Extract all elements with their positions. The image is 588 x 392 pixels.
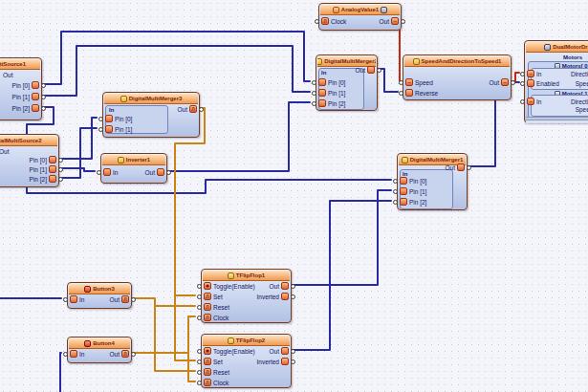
- wire-m3out-sets[interactable]: [175, 108, 205, 360]
- block-tflipflop1[interactable]: TFlipFlop1 ●Toggle(Enable) Out ЛSet Inve…: [201, 269, 292, 323]
- pin-connector[interactable]: [98, 127, 103, 132]
- pin-connector[interactable]: [197, 359, 202, 364]
- pin-connector[interactable]: [199, 107, 204, 112]
- pin-reset[interactable]: Л: [204, 303, 211, 311]
- block-analogvalue1[interactable]: AnalogValue1 ЛClock Out~: [318, 3, 402, 31]
- wire-ff1out-m1p1[interactable]: [292, 190, 391, 285]
- pin-connector[interactable]: [291, 359, 295, 364]
- wire-edge-b4in[interactable]: [60, 353, 61, 392]
- pin-out[interactable]: [281, 347, 289, 355]
- pin-in-1[interactable]: [105, 125, 113, 133]
- pin-set[interactable]: Л: [204, 293, 211, 300]
- pin-clock[interactable]: Л: [204, 314, 211, 321]
- pin-in-0[interactable]: [400, 177, 407, 185]
- wire-ms2p0-m3p0[interactable]: [59, 118, 97, 159]
- pin-out[interactable]: [457, 163, 465, 171]
- pin-in[interactable]: [103, 168, 111, 176]
- pin-out[interactable]: Л: [121, 350, 129, 358]
- pin-connector[interactable]: [520, 81, 525, 86]
- pin-motor0-in[interactable]: ~: [527, 70, 534, 77]
- pin-connector[interactable]: [97, 170, 101, 175]
- pin-reset[interactable]: Л: [204, 368, 211, 376]
- block-digitalmultimerger2[interactable]: DigitalMultiMerger2 In Out Pin [0] Pin […: [316, 54, 378, 111]
- pin-connector[interactable]: [291, 349, 295, 354]
- pin-connector[interactable]: [197, 370, 202, 375]
- pin-connector[interactable]: [58, 167, 63, 172]
- pin-in-0[interactable]: [105, 115, 113, 122]
- wire-b3out-resets[interactable]: [132, 298, 195, 306]
- pin-connector[interactable]: [41, 95, 46, 99]
- block-tflipflop2[interactable]: TFlipFlop2 ●Toggle(Enable) Out ЛSet Inve…: [201, 334, 292, 388]
- pin-connector[interactable]: [41, 106, 46, 111]
- pin-out[interactable]: Л: [121, 295, 129, 303]
- pin-clock[interactable]: Л: [204, 379, 211, 386]
- pin-in[interactable]: [70, 295, 77, 303]
- pin-toggle[interactable]: ●: [204, 347, 211, 355]
- pin-connector[interactable]: [291, 284, 295, 289]
- pin-in-2[interactable]: [318, 99, 326, 107]
- pin-connector[interactable]: [131, 297, 136, 302]
- pin-out[interactable]: [367, 66, 375, 74]
- pin-connector[interactable]: [58, 177, 63, 182]
- pin-connector[interactable]: [131, 352, 136, 357]
- pin-connector[interactable]: [291, 294, 295, 299]
- pin-out-1[interactable]: [49, 165, 56, 173]
- pin-connector[interactable]: [393, 189, 398, 194]
- pin-connector[interactable]: [315, 19, 319, 24]
- block-digitalmultisource2[interactable]: DigitalMultiSource2 Out Pin [0] Pin [1] …: [0, 134, 59, 187]
- pin-toggle[interactable]: ●: [204, 282, 211, 290]
- pin-out-0[interactable]: [32, 81, 39, 89]
- pin-connector[interactable]: [393, 179, 398, 184]
- pin-inverted[interactable]: [281, 293, 289, 300]
- block-digitalmultimerger3[interactable]: DigitalMultiMerger3 In OutЛ Pin [0] Pin …: [102, 92, 200, 138]
- block-button4[interactable]: Button4 In OutЛ: [67, 337, 132, 363]
- pin-connector[interactable]: [197, 316, 202, 320]
- pin-in-1[interactable]: [400, 187, 407, 195]
- pin-connector[interactable]: [520, 99, 525, 104]
- wire-b4out-clocks[interactable]: [132, 316, 195, 353]
- pin-out-2[interactable]: [32, 104, 39, 112]
- block-digitalmultisource1[interactable]: DigitalMultiSource1 Out Pin [0] Pin [1] …: [0, 57, 42, 120]
- wire-ms1p0-m2p0[interactable]: [42, 32, 310, 84]
- pin-connector[interactable]: [401, 19, 405, 24]
- wire-ms1p1-m2p1[interactable]: [42, 46, 310, 96]
- pin-clock[interactable]: Л: [321, 17, 329, 25]
- pin-connector[interactable]: [58, 158, 63, 163]
- pin-connector[interactable]: [511, 80, 515, 85]
- pin-connector[interactable]: [197, 294, 202, 299]
- pin-connector[interactable]: [312, 101, 316, 106]
- wire-ms1p2-m1p0[interactable]: [27, 107, 391, 193]
- pin-connector[interactable]: [399, 80, 403, 85]
- pin-out-0[interactable]: [49, 156, 56, 163]
- wire-b4out-clock2-branch[interactable]: [188, 353, 195, 381]
- pin-out[interactable]: ~: [391, 17, 399, 25]
- pin-connector[interactable]: [63, 352, 68, 357]
- pin-connector[interactable]: [98, 117, 103, 121]
- pin-connector[interactable]: [467, 165, 471, 170]
- pin-connector[interactable]: [312, 91, 316, 96]
- pin-in[interactable]: [70, 350, 77, 358]
- pin-reverse[interactable]: [405, 89, 413, 97]
- pin-connector[interactable]: [197, 305, 202, 310]
- pin-connector[interactable]: [377, 68, 381, 73]
- pin-out[interactable]: ~: [501, 78, 509, 86]
- pin-out-1[interactable]: [32, 93, 39, 100]
- pin-out[interactable]: [281, 282, 289, 290]
- block-inverter1[interactable]: Inverter1 In Out: [100, 153, 167, 184]
- pin-connector[interactable]: [63, 297, 68, 302]
- pin-in-2[interactable]: [400, 198, 407, 206]
- pin-connector[interactable]: [197, 284, 202, 289]
- pin-in-0[interactable]: [318, 78, 326, 86]
- pin-connector[interactable]: [312, 80, 316, 85]
- pin-connector[interactable]: [399, 91, 403, 96]
- pin-inverted[interactable]: [281, 358, 289, 365]
- settings-icon[interactable]: [381, 7, 387, 13]
- diagram-canvas[interactable]: DigitalMultiSource1 Out Pin [0] Pin [1] …: [0, 0, 588, 392]
- pin-connector[interactable]: [520, 72, 525, 76]
- pin-motor1-in[interactable]: ~: [527, 98, 534, 105]
- pin-connector[interactable]: [41, 83, 46, 88]
- pin-out[interactable]: Л: [189, 105, 197, 113]
- block-speedanddirectiontospeed1[interactable]: SpeedAndDirectionToSpeed1 ~Speed Out~ Re…: [403, 54, 512, 100]
- pin-connector[interactable]: [166, 170, 171, 175]
- pin-connector[interactable]: [197, 349, 202, 354]
